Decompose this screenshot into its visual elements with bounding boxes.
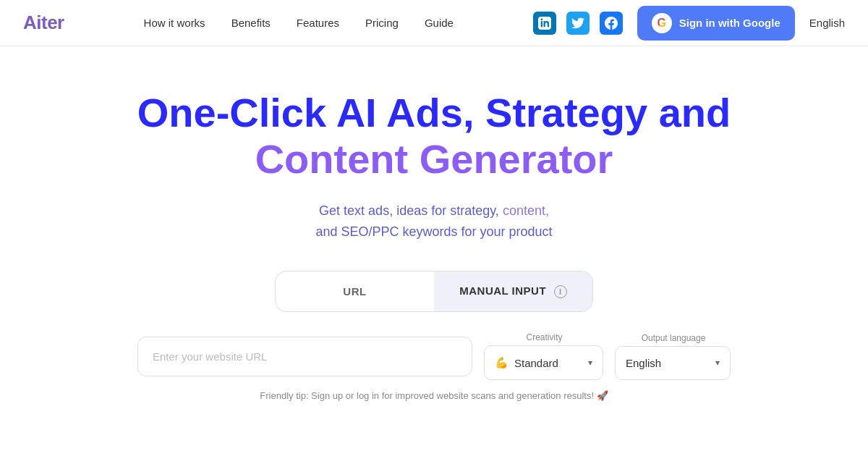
hero-title: One-Click AI Ads, Strategy and Content G… [109,90,760,183]
hero-subtitle-purple: content, [503,203,549,218]
google-btn-label: Sign in with Google [679,17,780,29]
input-mode-tabs: URL MANUAL INPUT i [275,271,593,312]
language-selector[interactable]: English [809,17,845,29]
sign-in-google-button[interactable]: G Sign in with Google [637,6,795,41]
hero-title-blue: One-Click AI Ads, Strategy and [137,90,731,135]
facebook-icon[interactable] [600,12,623,35]
creativity-select[interactable]: 💪 Standard ▾ Standard Creative Very Crea… [484,345,603,380]
friendly-tip: Friendly tip: Sign up or log in for impr… [260,390,608,401]
nav-benefits[interactable]: Benefits [231,17,271,29]
navbar: Aiter How it works Benefits Features Pri… [0,0,868,46]
output-language-select[interactable]: English ▾ English Spanish French German … [615,346,731,380]
creativity-selector-wrap: Creativity 💪 Standard ▾ Standard Creativ… [484,332,603,380]
output-language-label: Output language [615,333,731,343]
logo[interactable]: Aiter [23,12,64,34]
tab-manual-input[interactable]: MANUAL INPUT i [434,271,592,311]
url-input[interactable] [137,337,472,376]
hero-subtitle: Get text ads, ideas for strategy, conten… [315,201,552,243]
hero-section: One-Click AI Ads, Strategy and Content G… [0,46,868,430]
nav-features[interactable]: Features [297,17,339,29]
manual-input-info-icon[interactable]: i [554,285,567,298]
linkedin-icon[interactable] [533,12,556,35]
hero-title-purple: Content Generator [255,136,613,182]
input-row: Creativity 💪 Standard ▾ Standard Creativ… [137,332,731,380]
google-icon: G [652,13,672,33]
nav-pricing[interactable]: Pricing [365,17,399,29]
creativity-label: Creativity [484,332,603,342]
output-language-wrap: Output language English ▾ English Spanis… [615,333,731,380]
nav-right: G Sign in with Google English [533,6,845,41]
nav-links: How it works Benefits Features Pricing G… [144,17,454,29]
hero-subtitle-blue: Get text ads, ideas for strategy, [319,203,503,218]
hero-subtitle-end: and SEO/PPC keywords for your product [315,224,552,239]
nav-how-it-works[interactable]: How it works [144,17,205,29]
tab-url[interactable]: URL [276,271,434,311]
social-icons [533,12,623,35]
twitter-icon[interactable] [566,12,590,35]
url-input-wrap [137,337,472,376]
logo-blue: Aiter [23,12,64,33]
nav-guide[interactable]: Guide [425,17,454,29]
